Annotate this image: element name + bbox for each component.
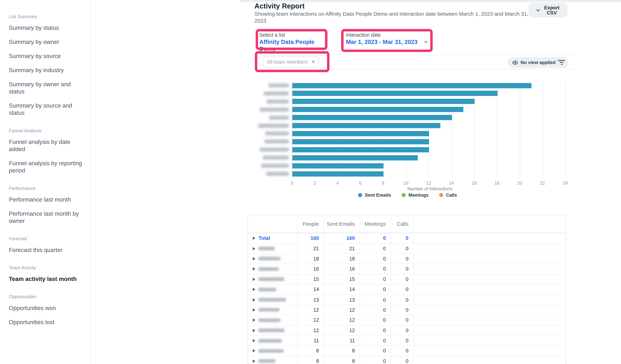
legend-label: Sent Emails [365, 193, 391, 198]
chart-bar-sent-emails[interactable] [292, 91, 497, 96]
row-expander-icon[interactable] [253, 278, 255, 281]
value-cell: 0 [391, 254, 414, 264]
row-expander-icon[interactable] [253, 339, 255, 342]
sidebar-item-summary-by-source-and-status[interactable]: Summary by source and status [9, 102, 85, 116]
table-row[interactable]: 111100 [248, 335, 566, 346]
row-expander-icon[interactable] [253, 257, 255, 260]
y-axis-label-blurred [247, 154, 289, 162]
total-row-label[interactable]: Total [259, 235, 270, 241]
table-row[interactable]: 121200 [248, 325, 566, 335]
chart-bar-sent-emails[interactable] [292, 123, 440, 128]
row-expander-icon[interactable] [253, 298, 255, 301]
table-row[interactable]: 141400 [248, 284, 566, 294]
value-cell: 0 [391, 346, 414, 356]
chart-bar-sent-emails[interactable] [292, 99, 475, 104]
name-cell [248, 285, 298, 295]
row-expander-icon[interactable] [253, 237, 255, 240]
legend-dot [401, 193, 406, 197]
sidebar-item-opportunities-won[interactable]: Opportunities won [9, 304, 85, 312]
value-cell: 15 [324, 274, 360, 284]
no-view-applied-button[interactable]: No view applied [508, 57, 560, 68]
sidebar-item-performance-last-month-by-owner[interactable]: Performance last month by owner [9, 210, 85, 225]
export-csv-button[interactable]: Export CSV [529, 3, 567, 17]
table-row[interactable]: 151500 [248, 274, 566, 284]
row-expander-icon[interactable] [253, 349, 255, 352]
empty-cell [414, 244, 566, 253]
sidebar-item-opportunities-lost[interactable]: Opportunities lost [9, 318, 85, 326]
table-row[interactable]: 8800 [248, 346, 566, 356]
list-select[interactable]: Select a list Affinity Data People Demo [259, 32, 328, 56]
table-row[interactable]: 212100 [248, 243, 566, 253]
divider [254, 54, 575, 55]
row-expander-icon[interactable] [253, 247, 255, 250]
blurred-name [260, 108, 289, 112]
table-row-total[interactable]: Total16016000 [248, 233, 566, 243]
table-row[interactable]: 121200 [248, 305, 566, 315]
row-expander-icon[interactable] [253, 308, 255, 312]
sidebar-group: List SummarySummary by statusSummary by … [9, 14, 85, 116]
x-tick-label: 2 [313, 181, 316, 185]
value-cell: 0 [391, 305, 414, 315]
page-title: Activity Report [254, 2, 305, 10]
chart-bar-sent-emails[interactable] [292, 131, 429, 136]
chart-bar-sent-emails[interactable] [292, 155, 418, 160]
table-row[interactable]: 161600 [248, 264, 566, 274]
x-tick-label: 0 [291, 181, 293, 185]
grid-line [565, 82, 566, 178]
empty-cell [414, 254, 566, 264]
chart-bar-sent-emails[interactable] [292, 163, 383, 168]
empty-cell [414, 336, 566, 346]
legend-dot [439, 193, 443, 197]
chart-bar-sent-emails[interactable] [292, 147, 429, 152]
chart-bar-sent-emails[interactable] [292, 171, 383, 177]
chart-bar-sent-emails[interactable] [292, 107, 463, 112]
value-cell: 12 [298, 305, 324, 315]
row-expander-icon[interactable] [253, 329, 255, 332]
sidebar-item-forecast-this-quarter[interactable]: Forecast this quarter [9, 246, 85, 254]
sidebar-item-funnel-analysis-by-reporting-period[interactable]: Funnel analysis by reporting period [9, 160, 85, 174]
sidebar-group: Funnel AnalysisFunnel analysis by date a… [9, 128, 85, 174]
sidebar-item-summary-by-industry[interactable]: Summary by industry [9, 66, 85, 74]
sidebar-item-summary-by-owner-and-status[interactable]: Summary by owner and status [9, 81, 85, 95]
y-axis-label-blurred [247, 170, 289, 178]
sidebar-item-summary-by-owner[interactable]: Summary by owner [9, 38, 85, 46]
value-cell: 160 [324, 233, 360, 243]
empty-cell [414, 233, 566, 243]
blurred-name [269, 83, 289, 87]
sidebar-item-summary-by-status[interactable]: Summary by status [9, 24, 85, 31]
sidebar-item-summary-by-source[interactable]: Summary by source [9, 52, 85, 60]
filter-button[interactable] [555, 57, 568, 68]
chart-bar-sent-emails[interactable] [292, 139, 429, 144]
value-cell: 0 [360, 233, 391, 243]
x-tick-label: 6 [359, 181, 362, 185]
sidebar-item-team-activity-last-month[interactable]: Team activity last month [9, 275, 85, 282]
chevron-down-icon [312, 61, 315, 63]
empty-cell [414, 285, 566, 295]
row-expander-icon[interactable] [253, 288, 255, 291]
value-cell: 0 [360, 356, 391, 364]
chart-bar-sent-emails[interactable] [292, 115, 452, 120]
sidebar-item-performance-last-month[interactable]: Performance last month [9, 196, 85, 203]
list-select-label: Select a list [259, 32, 328, 38]
y-axis-label-blurred [247, 162, 289, 170]
row-expander-icon[interactable] [253, 318, 255, 322]
blurred-name [259, 359, 276, 363]
value-cell: 0 [391, 356, 414, 364]
table-row[interactable]: 121200 [248, 315, 566, 325]
value-cell: 15 [298, 274, 324, 284]
table-row[interactable]: 131300 [248, 294, 566, 305]
value-cell: 12 [324, 305, 360, 315]
value-cell: 0 [360, 285, 391, 295]
table-header-cell [248, 215, 298, 233]
table-row[interactable]: 181800 [248, 253, 566, 264]
row-expander-icon[interactable] [253, 267, 255, 270]
value-cell: 0 [360, 254, 391, 264]
sidebar-item-funnel-analysis-by-date-added[interactable]: Funnel analysis by date added [9, 138, 85, 153]
chart-bar-sent-emails[interactable] [292, 83, 532, 88]
value-cell: 11 [298, 336, 324, 346]
row-expander-icon[interactable] [253, 360, 255, 363]
value-cell: 13 [324, 295, 360, 305]
table-row[interactable]: 8800 [248, 356, 566, 364]
team-members-select[interactable]: All team members [263, 56, 319, 67]
interaction-date-select[interactable]: Interaction date Mar 1, 2023 - Mar 31, 2… [346, 32, 428, 49]
